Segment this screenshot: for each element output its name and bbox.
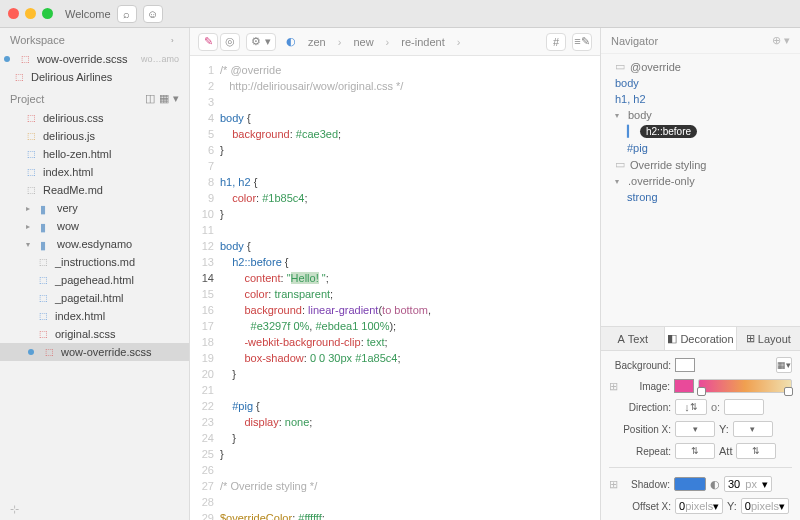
navigator-item[interactable]: body (601, 75, 800, 91)
navigator-item[interactable]: ▾.override-only (601, 173, 800, 189)
background-label: Background: (609, 360, 671, 371)
att-label: Att (719, 445, 732, 457)
target-icon[interactable]: ◎ (220, 33, 240, 51)
sidebar: Workspace› ⬚wow-override.scsswo…amo⬚Deli… (0, 28, 190, 520)
workspace-item[interactable]: ⬚Delirious Airlines (0, 68, 189, 86)
status-icon: ⊹ (0, 499, 189, 520)
folder-item[interactable]: ▸▮very (0, 199, 189, 217)
offsety-field[interactable]: 0pixels▾ (741, 498, 789, 514)
image-expand-icon[interactable]: ⊞ (609, 380, 618, 393)
folder-item[interactable]: ▾▮wow.esdynamo (0, 235, 189, 253)
direction-label: Direction: (609, 402, 671, 413)
file-item[interactable]: ⬚_pagetail.html (0, 289, 189, 307)
direction-sep: o: (711, 401, 720, 413)
brush-icon[interactable]: ✎ (198, 33, 218, 51)
offsetx-label: Offset X: (609, 501, 671, 512)
navigator-item[interactable]: ▎h2::before (601, 123, 800, 140)
bg-mode-dropdown[interactable]: ▦▾ (776, 357, 792, 373)
shadow-label: Shadow: (622, 479, 670, 490)
repeat-label: Repeat: (609, 446, 671, 457)
file-item[interactable]: ⬚hello-zen.html (0, 145, 189, 163)
window-title: Welcome (65, 8, 111, 20)
workspace-label: Workspace (10, 34, 65, 46)
traffic-lights (8, 8, 53, 19)
file-item[interactable]: ⬚_pagehead.html (0, 271, 189, 289)
editor-pane: ✎ ◎ ⚙ ▾ ◐ zen› new› re-indent› # ≡✎ 1234… (190, 28, 600, 520)
shadow-swatch[interactable] (674, 477, 706, 491)
titlebar: Welcome ⌕ ☺ (0, 0, 800, 28)
direction-angle-field[interactable] (724, 399, 764, 415)
settings-icon[interactable]: ≡✎ (572, 33, 592, 51)
tag-icon[interactable]: ◫ (145, 92, 155, 105)
project-label: Project (10, 93, 44, 105)
navigator-item[interactable]: ▭@override (601, 58, 800, 75)
inspector-pane: Navigator ⊕ ▾ ▭@overridebodyh1, h2▾body▎… (600, 28, 800, 520)
shadow-blur-field[interactable]: 30px▾ (724, 476, 772, 492)
shadow-type-icon[interactable]: ◐ (710, 478, 720, 491)
file-item[interactable]: ⬚index.html (0, 163, 189, 181)
image-icon[interactable]: ▦ (159, 92, 169, 105)
zoom-window-button[interactable] (42, 8, 53, 19)
project-header[interactable]: Project ◫ ▦ ▾ (0, 86, 189, 109)
file-item[interactable]: ⬚wow-override.scss (0, 343, 189, 361)
gear-icon[interactable]: ⚙ ▾ (246, 33, 276, 51)
inspector-body: Background: ▦▾ ⊞ Image: Direction: ↓ ⇅ o… (601, 351, 800, 520)
workspace-item[interactable]: ⬚wow-override.scsswo…amo (0, 50, 189, 68)
file-item[interactable]: ⬚ReadMe.md (0, 181, 189, 199)
direction-dropdown[interactable]: ↓ ⇅ (675, 399, 707, 415)
code-editor[interactable]: 1234567891011121314151617181920212223242… (190, 56, 600, 520)
att-dropdown[interactable]: ⇅ (736, 443, 776, 459)
inspector-tabs: AText◧Decoration⊞Layout (601, 326, 800, 351)
hash-icon[interactable]: # (546, 33, 566, 51)
shadow-expand-icon[interactable]: ⊞ (609, 478, 618, 491)
background-swatch[interactable] (675, 358, 695, 372)
folder-item[interactable]: ▸▮wow (0, 217, 189, 235)
search-icon[interactable]: ⌕ (117, 5, 137, 23)
close-window-button[interactable] (8, 8, 19, 19)
file-item[interactable]: ⬚delirious.js (0, 127, 189, 145)
navigator-item[interactable]: ▭Override styling (601, 156, 800, 173)
navigator-label: Navigator (611, 35, 658, 47)
crumb-2[interactable]: re-indent (397, 34, 448, 50)
file-item[interactable]: ⬚index.html (0, 307, 189, 325)
navigator-item[interactable]: h1, h2 (601, 91, 800, 107)
editor-toolbar: ✎ ◎ ⚙ ▾ ◐ zen› new› re-indent› # ≡✎ (190, 28, 600, 56)
file-item[interactable]: ⬚delirious.css (0, 109, 189, 127)
inspector-tab-layout[interactable]: ⊞Layout (737, 327, 800, 350)
posx-dropdown[interactable]: ▾ (675, 421, 715, 437)
crumb-0[interactable]: zen (304, 34, 330, 50)
crumb-1[interactable]: new (349, 34, 377, 50)
dropdown-icon[interactable]: ▾ (173, 92, 179, 105)
navigator-item[interactable]: strong (601, 189, 800, 205)
breadcrumb[interactable]: ◐ zen› new› re-indent› (282, 33, 464, 50)
gradient-slider[interactable] (698, 379, 792, 393)
posy-label: Y: (719, 423, 729, 435)
file-item[interactable]: ⬚_instructions.md (0, 253, 189, 271)
workspace-header[interactable]: Workspace› (0, 28, 189, 50)
offsety-label: Y: (727, 500, 737, 512)
inspector-tab-decoration[interactable]: ◧Decoration (665, 327, 736, 350)
posy-dropdown[interactable]: ▾ (733, 421, 773, 437)
minimize-window-button[interactable] (25, 8, 36, 19)
posx-label: Position X: (609, 424, 671, 435)
image-label: Image: (622, 381, 670, 392)
navigator-item[interactable]: ▾body (601, 107, 800, 123)
navigator-item[interactable]: #pig (601, 140, 800, 156)
navigator-header: Navigator ⊕ ▾ (601, 28, 800, 54)
repeat-dropdown[interactable]: ⇅ (675, 443, 715, 459)
face-icon[interactable]: ☺ (143, 5, 163, 23)
inspector-tab-text[interactable]: AText (601, 327, 665, 350)
navigator-list: ▭@overridebodyh1, h2▾body▎h2::before#pig… (601, 54, 800, 326)
navigator-actions[interactable]: ⊕ ▾ (772, 34, 790, 47)
file-item[interactable]: ⬚original.scss (0, 325, 189, 343)
offsetx-field[interactable]: 0pixels▾ (675, 498, 723, 514)
image-swatch[interactable] (674, 379, 694, 393)
